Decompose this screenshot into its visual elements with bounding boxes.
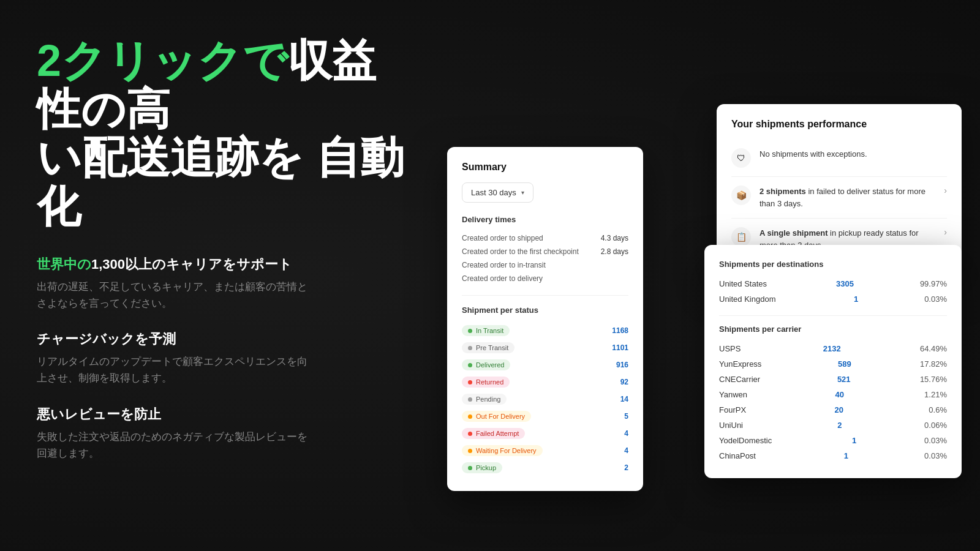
dot-icon: [468, 414, 472, 419]
status-badge-pickup[interactable]: Pickup: [462, 462, 502, 473]
feature-reviews-desc: 失敗した注文や返品のためのネガティブな製品レビューを回避します。: [37, 429, 312, 462]
status-row-2: Delivered 916: [462, 356, 628, 373]
status-count-failed-attempt[interactable]: 4: [624, 429, 628, 438]
carrier-row-7: ChinaPost 1 0.03%: [719, 448, 947, 463]
feature-chargeback: チャージバックを予測 リアルタイムのアップデートで顧客エクスペリエンスを向上させ…: [37, 330, 417, 386]
status-row-6: Failed Attempt 4: [462, 425, 628, 442]
delivery-times-list: Created order to shipped 4.3 days Create…: [462, 231, 628, 285]
dest-pct-1: 0.03%: [910, 294, 947, 304]
status-badge-failed-attempt[interactable]: Failed Attempt: [462, 428, 525, 439]
cards-area: Summary Last 30 days ▾ Delivery times Cr…: [429, 0, 980, 551]
carrier-row-3: Yanwen 40 1.21%: [719, 387, 947, 402]
dot-icon: [468, 363, 472, 367]
delivery-label-3: Created order to delivery: [462, 274, 543, 283]
destinations-carriers-card: Shipments per destinations United States…: [704, 245, 962, 478]
page: 2クリックで収益性の高 い配送追跡を 自動化 世界中の1,300以上のキャリアを…: [0, 0, 980, 551]
status-badge-delivered[interactable]: Delivered: [462, 359, 510, 370]
chevron-right-icon: ›: [944, 186, 947, 195]
status-count-pre-transit[interactable]: 1101: [612, 343, 628, 352]
carrier-count-4: 20: [813, 405, 843, 414]
carrier-row-1: YunExpress 589 17.82%: [719, 356, 947, 372]
delivery-row-3: Created order to delivery: [462, 272, 628, 285]
status-badge-in-transit[interactable]: In Transit: [462, 325, 510, 336]
dest-pct-0: 99.97%: [910, 279, 947, 288]
carrier-label-2: CNECarrier: [719, 375, 760, 384]
delivery-label-1: Created order to the first checkpoint: [462, 247, 579, 256]
destinations-list: United States 3305 99.97% United Kingdom…: [719, 276, 947, 307]
delivery-label-2: Created order to in-transit: [462, 261, 546, 269]
performance-card-title: Your shipments performance: [731, 119, 947, 130]
summary-card-title: Summary: [462, 162, 628, 173]
status-row-8: Pickup 2: [462, 459, 628, 476]
status-count-out-for-delivery[interactable]: 5: [624, 412, 628, 421]
carrier-label-7: ChinaPost: [719, 451, 756, 460]
perf-text-0: No shipments with exceptions.: [760, 148, 947, 160]
status-count-pending[interactable]: 14: [620, 395, 628, 403]
package-icon: 📦: [731, 186, 751, 205]
carrier-label-4: FourPX: [719, 405, 746, 414]
status-badge-pre-transit[interactable]: Pre Transit: [462, 342, 514, 353]
feature-carriers-desc: 出荷の遅延、不足しているキャリア、または顧客の苦情とさよならを言ってください。: [37, 279, 312, 312]
status-count-pickup[interactable]: 2: [624, 463, 628, 472]
dot-icon: [468, 397, 472, 402]
dest-label-1: United Kingdom: [719, 294, 776, 304]
carrier-row-2: CNECarrier 521 15.76%: [719, 372, 947, 387]
clipboard-icon: 📋: [731, 227, 751, 247]
date-filter-button[interactable]: Last 30 days ▾: [462, 182, 533, 203]
status-badge-returned[interactable]: Returned: [462, 377, 510, 388]
destination-row-0: United States 3305 99.97%: [719, 276, 947, 291]
carrier-label-0: USPS: [719, 344, 741, 353]
carrier-row-0: USPS 2132 64.49%: [719, 341, 947, 356]
main-heading: 2クリックで収益性の高 い配送追跡を 自動化: [37, 37, 417, 231]
heading-white2: い配送追跡を 自動化: [37, 133, 404, 230]
delivery-value-0: 4.3 days: [601, 234, 628, 242]
divider-1: [462, 295, 628, 296]
heading-green: 2クリックで: [37, 36, 288, 85]
dot-icon: [468, 449, 472, 453]
features-list: 世界中の1,300以上のキャリアをサポート 出荷の遅延、不足しているキャリア、ま…: [37, 255, 417, 462]
destinations-title: Shipments per destinations: [719, 260, 947, 269]
feature-carriers: 世界中の1,300以上のキャリアをサポート 出荷の遅延、不足しているキャリア、ま…: [37, 255, 417, 312]
status-count-delivered[interactable]: 916: [616, 361, 628, 369]
carrier-count-2: 521: [820, 375, 851, 384]
carrier-count-1: 589: [821, 359, 851, 369]
carriers-title: Shipments per carrier: [719, 324, 947, 334]
perf-row-0: 🛡 No shipments with exceptions.: [731, 140, 947, 177]
carrier-count-5: 2: [812, 421, 842, 430]
dest-count-1: 1: [827, 294, 858, 304]
left-section: 2クリックで収益性の高 い配送追跡を 自動化 世界中の1,300以上のキャリアを…: [37, 37, 417, 480]
status-badge-waiting[interactable]: Waiting For Delivery: [462, 445, 543, 456]
date-filter-label: Last 30 days: [471, 188, 516, 197]
status-count-returned[interactable]: 92: [620, 378, 628, 386]
dest-count-0: 3305: [823, 279, 854, 288]
feature-reviews: 悪いレビューを防止 失敗した注文や返品のためのネガティブな製品レビューを回避しま…: [37, 405, 417, 462]
delivery-row-2: Created order to in-transit: [462, 258, 628, 272]
carrier-count-0: 2132: [810, 344, 841, 353]
carrier-pct-3: 1.21%: [910, 390, 947, 399]
status-count-waiting[interactable]: 4: [624, 446, 628, 455]
perf-text-1: 2 shipments in failed to deliver status …: [760, 186, 935, 209]
carrier-pct-1: 17.82%: [910, 359, 947, 369]
perf-row-1[interactable]: 📦 2 shipments in failed to deliver statu…: [731, 177, 947, 219]
feature-reviews-title: 悪いレビューを防止: [37, 405, 417, 424]
carrier-count-3: 40: [813, 390, 844, 399]
chevron-right-icon-2: ›: [944, 227, 947, 237]
carrier-row-4: FourPX 20 0.6%: [719, 402, 947, 418]
carrier-label-1: YunExpress: [719, 359, 761, 369]
summary-card: Summary Last 30 days ▾ Delivery times Cr…: [447, 147, 643, 491]
carrier-count-6: 1: [826, 436, 856, 445]
shipment-status-label: Shipment per status: [462, 305, 628, 315]
carrier-pct-5: 0.06%: [910, 421, 947, 430]
carrier-row-5: UniUni 2 0.06%: [719, 418, 947, 433]
status-count-in-transit[interactable]: 1168: [612, 326, 628, 335]
carrier-label-3: Yanwen: [719, 390, 747, 399]
carrier-pct-2: 15.76%: [910, 375, 947, 384]
carrier-pct-4: 0.6%: [910, 405, 947, 414]
status-row-3: Returned 92: [462, 373, 628, 391]
status-badge-out-for-delivery[interactable]: Out For Delivery: [462, 411, 531, 422]
carrier-pct-0: 64.49%: [910, 344, 947, 353]
delivery-times-label: Delivery times: [462, 215, 628, 224]
destination-row-1: United Kingdom 1 0.03%: [719, 291, 947, 307]
status-badge-pending[interactable]: Pending: [462, 394, 507, 405]
carriers-list: USPS 2132 64.49% YunExpress 589 17.82% C…: [719, 341, 947, 463]
